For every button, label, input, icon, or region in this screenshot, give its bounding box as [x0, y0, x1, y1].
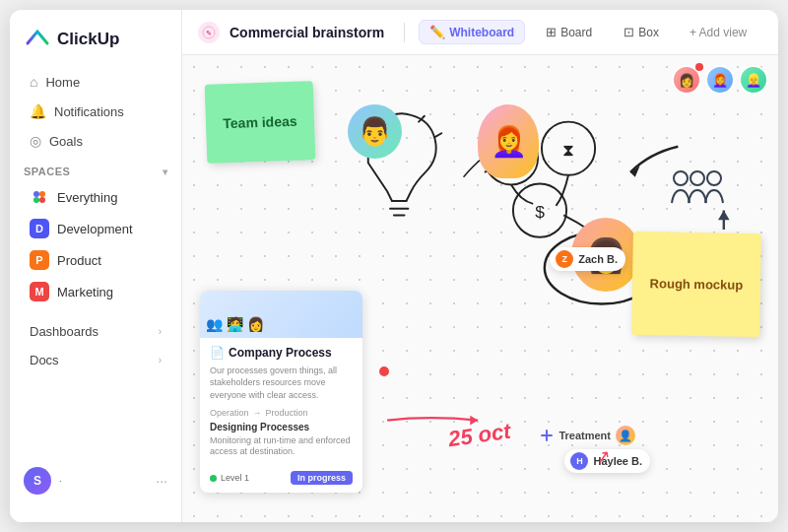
development-label: Development: [57, 222, 133, 236]
row-arrow: →: [253, 408, 262, 418]
whiteboard-tab-icon: ✏️: [429, 25, 445, 39]
row-label: Operation: [210, 408, 249, 418]
board-tab-icon: ⊞: [546, 25, 557, 39]
svg-point-2: [33, 197, 39, 203]
product-label: Product: [57, 253, 101, 268]
svg-point-3: [39, 197, 45, 203]
progress-button[interactable]: In progress: [291, 471, 353, 485]
user-avatar[interactable]: S: [24, 467, 51, 495]
svg-point-1: [39, 191, 45, 197]
svg-text:✎: ✎: [206, 30, 212, 36]
doc-card-body: 📄 Company Process Our processes govern t…: [200, 338, 362, 466]
add-view-button[interactable]: + Add view: [680, 22, 756, 43]
sidebar-item-notifications[interactable]: 🔔 Notifications: [16, 97, 175, 126]
goals-icon: ◎: [30, 133, 41, 149]
tab-whiteboard[interactable]: ✏️ Whiteboard: [419, 20, 525, 44]
svg-point-16: [513, 184, 566, 237]
sidebar-item-everything[interactable]: Everything: [16, 181, 175, 213]
sidebar: ClickUp ⌂ Home 🔔 Notifications ◎ Goals S…: [10, 10, 182, 522]
doc-card-description: Our processes govern things, all stakeho…: [210, 365, 353, 402]
svg-marker-18: [630, 166, 640, 177]
haylee-avatar: H: [570, 452, 588, 470]
dashboards-label: Dashboards: [30, 324, 98, 339]
main-content: ✎ Commercial brainstorm ✏️ Whiteboard ⊞ …: [182, 10, 778, 522]
top-avatar-2[interactable]: 👩‍🦰: [705, 65, 735, 95]
sidebar-item-product[interactable]: P Product: [16, 244, 175, 276]
marketing-label: Marketing: [57, 285, 113, 299]
more-options-icon[interactable]: ···: [156, 473, 167, 489]
doc-card-header: 👥🧑‍💻👩: [200, 291, 362, 338]
docs-label: Docs: [30, 353, 59, 367]
avatar-1-wrapper: 👩: [672, 65, 701, 95]
tab-box[interactable]: ⊡ Box: [613, 20, 670, 44]
box-tab-icon: ⊡: [624, 25, 634, 39]
logo[interactable]: ClickUp: [10, 22, 181, 67]
svg-point-25: [690, 171, 704, 185]
clickup-logo-icon: [24, 26, 51, 53]
treatment-label: Treatment: [558, 430, 611, 441]
sidebar-item-home[interactable]: ⌂ Home: [16, 67, 175, 97]
sticky-note-team-ideas: Team ideas: [205, 81, 316, 164]
sidebar-item-docs[interactable]: Docs ›: [16, 346, 175, 374]
zach-avatar: Z: [556, 250, 573, 268]
doc-card-footer: Level 1 In progress: [200, 466, 362, 493]
page-title: Commercial brainstorm: [230, 25, 384, 40]
goals-label: Goals: [49, 134, 83, 149]
top-avatars-group: 👩 👩‍🦰 👱‍♀️: [672, 65, 768, 95]
whiteboard-tab-label: Whiteboard: [449, 26, 514, 39]
doc-card-subdesc: Monitoring at run-time and enforced acce…: [210, 435, 353, 458]
person-chip-zach: Z Zach B.: [550, 247, 625, 271]
sticky-note-rough-mockup: Rough mockup: [631, 232, 761, 337]
toolbar: ✎ Commercial brainstorm ✏️ Whiteboard ⊞ …: [182, 10, 778, 55]
svg-line-9: [419, 116, 425, 122]
sticky-green-text: Team ideas: [223, 113, 297, 132]
people-group-icon: [670, 168, 724, 213]
notification-dot-1: [695, 63, 703, 71]
chevron-down-icon: ▾: [163, 166, 168, 177]
development-icon: D: [30, 219, 49, 238]
whiteboard-canvas[interactable]: ♥ ⧗ $: [182, 55, 778, 522]
red-marker: [379, 366, 389, 376]
dashboards-chevron: ›: [159, 326, 162, 337]
svg-text:$: $: [535, 202, 545, 222]
docs-chevron: ›: [159, 355, 162, 366]
sidebar-item-development[interactable]: D Development: [16, 213, 175, 244]
svg-point-26: [707, 171, 721, 185]
doc-card-people: 👥🧑‍💻👩: [206, 316, 264, 332]
doc-card[interactable]: 👥🧑‍💻👩 📄 Company Process Our processes go…: [200, 291, 362, 493]
svg-point-0: [33, 191, 39, 197]
sidebar-item-goals[interactable]: ◎ Goals: [16, 126, 175, 156]
row-value: Production: [266, 408, 308, 418]
status-dot: [210, 475, 217, 482]
app-container: ClickUp ⌂ Home 🔔 Notifications ◎ Goals S…: [10, 10, 778, 522]
doc-title-text: Company Process: [229, 346, 332, 360]
add-view-label: + Add view: [690, 26, 747, 39]
top-avatar-3[interactable]: 👱‍♀️: [739, 65, 768, 95]
sidebar-item-dashboards[interactable]: Dashboards ›: [16, 317, 175, 346]
date-annotation: 25 oct: [447, 419, 513, 453]
marketing-icon: M: [30, 282, 49, 301]
everything-label: Everything: [57, 190, 117, 205]
sidebar-item-marketing[interactable]: M Marketing: [16, 276, 175, 307]
bell-icon: 🔔: [30, 103, 46, 119]
spaces-section-header[interactable]: Spaces ▾: [10, 156, 181, 181]
box-tab-label: Box: [638, 26, 659, 39]
treatment-avatar: 👤: [616, 426, 635, 445]
svg-point-14: [542, 122, 595, 175]
svg-line-10: [435, 133, 442, 137]
everything-icon: [30, 187, 49, 207]
logo-text: ClickUp: [57, 30, 119, 49]
home-label: Home: [45, 75, 80, 90]
divider: [404, 23, 405, 42]
notifications-label: Notifications: [54, 104, 124, 119]
avatar-label: ·: [59, 475, 62, 487]
person-photo-left: 👨: [348, 104, 402, 159]
spaces-label: Spaces: [24, 166, 70, 177]
status-text: Level 1: [221, 473, 249, 483]
product-icon: P: [30, 250, 49, 270]
move-icon: [540, 429, 554, 442]
tab-board[interactable]: ⊞ Board: [535, 20, 603, 44]
page-icon: ✎: [198, 22, 220, 43]
doc-card-subtitle: Designing Processes: [210, 422, 353, 432]
svg-point-24: [674, 171, 688, 185]
